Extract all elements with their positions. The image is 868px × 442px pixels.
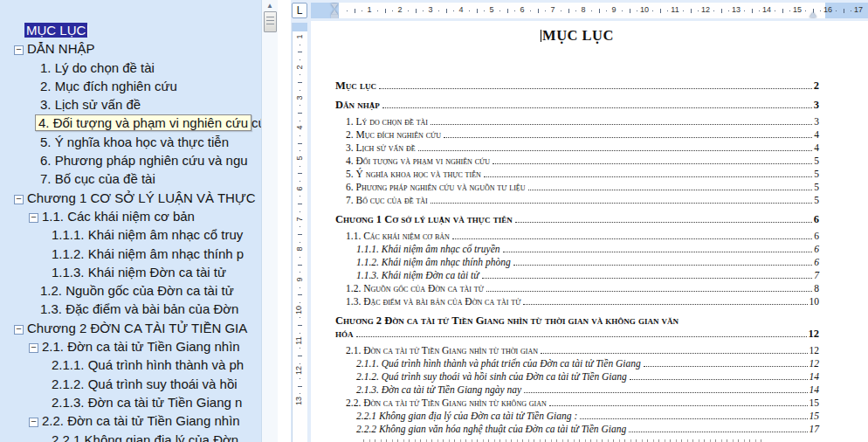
- docmap-item[interactable]: 7. Bố cục của đề tài: [0, 169, 261, 188]
- toc-entry[interactable]: 2.1.2. Quá trình suy thoái và hồi sinh c…: [335, 370, 819, 383]
- ruler-tick: [300, 181, 300, 182]
- toc-entry[interactable]: 2.1.1. Quá trình hình thành và phát triể…: [335, 357, 819, 370]
- docmap-item[interactable]: −2.1. Đờn ca tài tử Tiền Giang nhìn: [0, 337, 261, 356]
- collapse-expander-icon[interactable]: −: [29, 343, 38, 353]
- ruler-tick: [408, 10, 409, 11]
- toc-entry-label: 7. Bố cục của đề tài: [346, 194, 428, 207]
- first-line-indent-marker[interactable]: [331, 3, 338, 9]
- docmap-item-label: 1.2. Nguồn gốc của Đờn ca tài tử: [40, 283, 234, 298]
- docmap-item[interactable]: 1.1.2. Khái niệm âm nhạc thính p: [0, 245, 261, 263]
- docmap-item[interactable]: 1. Lý do chọn đề tài: [0, 59, 261, 77]
- toc-entry[interactable]: 1.1.1. Khái niệm âm nhạc cổ truyền6: [335, 243, 819, 256]
- toc-entry[interactable]: 1.1. Các khái niệm cơ bản6: [335, 230, 819, 243]
- toc-entry[interactable]: 3. Lịch sử vấn đề4: [335, 142, 819, 155]
- toc-entry[interactable]: 2.1.3. Đờn ca tài tử Tiền Giang ngày nay…: [335, 383, 819, 397]
- collapse-expander-icon[interactable]: −: [29, 418, 38, 427]
- toc-page-number: 14: [809, 370, 820, 383]
- toc-entry[interactable]: 1.1.3. Khái niệm Đờn ca tài tử7: [335, 269, 819, 282]
- docmap-item[interactable]: 1.2. Nguồn gốc của Đờn ca tài tử: [0, 281, 261, 300]
- toc-entry[interactable]: 1.3. Đặc điểm và bài bản của Đờn ca tài …: [335, 295, 819, 308]
- docmap-item[interactable]: 2.1.3. Đờn ca tài tử Tiền Giang n: [0, 393, 261, 411]
- ruler-number: 16: [823, 5, 832, 14]
- ruler-number: 13: [294, 397, 303, 405]
- toc-entry[interactable]: 6. Phương pháp nghiên cứu và nguồn tư li…: [335, 181, 819, 194]
- ruler-tick: [300, 90, 300, 91]
- ruler-tick: [545, 10, 546, 11]
- document-map-scrollbar[interactable]: ▲: [261, 0, 278, 442]
- ruler-tick: [300, 135, 300, 136]
- docmap-item[interactable]: 2.1.2. Quá trình suy thoái và hồi: [0, 375, 261, 393]
- ruler-tick: [385, 9, 386, 13]
- left-indent-marker[interactable]: [331, 15, 338, 18]
- toc-entry[interactable]: 2. Mục đích nghiên cứu4: [335, 128, 819, 142]
- dot-leader: [629, 432, 807, 432]
- ruler-tick: [721, 9, 722, 13]
- collapse-expander-icon[interactable]: −: [14, 325, 24, 335]
- docmap-item[interactable]: 3. Lịch sử vấn đề: [0, 95, 261, 114]
- toc-entry[interactable]: 2.1. Đờn ca tài tử Tiền Giang nhìn từ th…: [335, 344, 819, 357]
- ruler-number: 11: [294, 336, 303, 344]
- docmap-item[interactable]: 4. Đối tượng và phạm vi nghiên cứucú: [0, 114, 261, 132]
- toc-page-number: 4: [814, 142, 819, 155]
- toc-entry[interactable]: 2.2.2 Không gian văn hóa nghệ thuật của …: [335, 423, 819, 436]
- scrollbar-thumb[interactable]: [264, 11, 277, 32]
- docmap-item[interactable]: 2.2.1 Không gian địa lý của Đờn: [0, 431, 261, 442]
- docmap-item[interactable]: −1.1. Các khái niệm cơ bản: [0, 207, 261, 225]
- ruler-tick: [775, 10, 775, 11]
- docmap-item[interactable]: MỤC LỤC: [0, 21, 261, 39]
- toc-page-number: 17: [809, 423, 820, 436]
- toc-page-number: 8: [814, 282, 819, 295]
- collapse-expander-icon[interactable]: −: [29, 213, 38, 223]
- docmap-item[interactable]: 6. Phương pháp nghiên cứu và ngu: [0, 151, 261, 169]
- docmap-item[interactable]: −Chương 1 CƠ SỞ LÝ LUẬN VÀ THỰC: [0, 189, 261, 207]
- collapse-expander-icon[interactable]: −: [14, 45, 24, 55]
- toc-entry[interactable]: Chương 2 Đờn ca tài tử Tiền Giang nhìn t…: [335, 314, 819, 328]
- ruler-tick: [622, 10, 623, 11]
- toc-entry[interactable]: Dẫn nhập3: [335, 99, 819, 112]
- ruler-tick: [667, 10, 668, 11]
- ruler-tick: [300, 105, 300, 106]
- toc-entry[interactable]: 7. Bố cục của đề tài5: [335, 194, 819, 207]
- docmap-item[interactable]: −2.2. Đờn ca tài tử Tiền Giang nhìn: [0, 411, 261, 430]
- right-indent-marker[interactable]: [809, 12, 816, 17]
- ruler-number: 12: [701, 5, 710, 14]
- toc-entry-label: hóa: [335, 328, 354, 341]
- docmap-item-label: 2.2. Đờn ca tài tử Tiền Giang nhìn: [42, 413, 240, 428]
- thumb-grip-icon: [266, 17, 274, 25]
- ruler-tick: [300, 363, 300, 364]
- toc-entry[interactable]: 4. Đối tượng và phạm vi nghiên cứu5: [335, 155, 819, 168]
- toc-entry[interactable]: Mục lục2: [335, 79, 819, 93]
- scroll-up-icon[interactable]: ▲: [262, 1, 278, 11]
- toc-entry-label: 1.1.2. Khái niệm âm nhạc thính phòng: [356, 256, 511, 269]
- ruler-tick: [744, 10, 745, 11]
- ruler-number: 3: [295, 95, 304, 100]
- docmap-item[interactable]: 2. Mục đích nghiên cứu: [0, 77, 261, 95]
- docmap-item[interactable]: −Chương 2 ĐỜN CA TÀI TỬ TIỀN GIA: [0, 319, 261, 337]
- ruler-tick: [300, 333, 300, 334]
- dot-leader: [431, 203, 812, 204]
- toc-entry[interactable]: 1. Lý do chọn đề tài3: [335, 115, 819, 128]
- toc-entry[interactable]: Chương 1 Cơ sở lý luận và thực tiễn6: [335, 213, 819, 226]
- toc-entry-label: 2.1.2. Quá trình suy thoái và hồi sinh c…: [356, 370, 627, 383]
- toc-entry[interactable]: 1.2. Nguồn gốc của Đờn ca tài tử8: [335, 282, 819, 295]
- ruler-number: 6: [520, 5, 524, 14]
- toc-entry[interactable]: 5. Ý nghĩa khoa học và thực tiễn5: [335, 168, 819, 181]
- docmap-item[interactable]: 1.1.3. Khái niệm Đờn ca tài tử: [0, 263, 261, 281]
- toc-entry[interactable]: 2.2.1 Không gian địa lý của Đờn ca tài t…: [335, 410, 819, 423]
- ruler-number: 9: [611, 5, 616, 14]
- docmap-item[interactable]: 1.3. Đặc điểm và bài bản của Đờn: [0, 300, 261, 318]
- ruler-tick: [575, 10, 576, 11]
- ruler-tick: [300, 59, 300, 60]
- toc-entry[interactable]: 2.2. Đờn ca tài tử Tiền Giang nhìn từ kh…: [335, 397, 819, 410]
- toc-entry[interactable]: 1.1.2. Khái niệm âm nhạc thính phòng6: [335, 256, 819, 269]
- docmap-item[interactable]: 5. Ý nghĩa khoa học và thực tiễn: [0, 133, 261, 151]
- docmap-item[interactable]: 1.1.1. Khái niệm âm nhạc cổ truy: [0, 225, 261, 244]
- docmap-item[interactable]: −DẪN NHẬP: [0, 39, 261, 58]
- collapse-expander-icon[interactable]: −: [14, 195, 24, 204]
- pane-splitter[interactable]: [278, 0, 291, 442]
- ruler-number: 5: [489, 5, 493, 14]
- docmap-item[interactable]: 2.1.1. Quá trình hình thành và ph: [0, 356, 261, 374]
- tab-stop-selector[interactable]: L: [292, 3, 307, 18]
- toc-entry-label: 5. Ý nghĩa khoa học và thực tiễn: [346, 168, 481, 181]
- toc-entry-continuation[interactable]: hóa12: [335, 328, 819, 341]
